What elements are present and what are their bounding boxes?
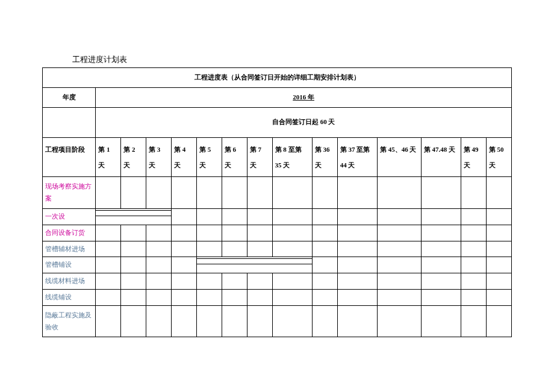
col-header: 第 2 天 (121, 137, 146, 177)
col-header: 第 36 天 (312, 137, 337, 177)
row-label: 一次设 (43, 208, 96, 225)
col-header: 第 4 天 (171, 137, 196, 177)
col-header: 第 6 天 (222, 137, 247, 177)
table-row: 现场考察实施方案 (43, 177, 512, 209)
table-title: 工程进度表（从合同签订日开始的详细工期安排计划表） (43, 68, 512, 88)
empty-cell (43, 107, 96, 137)
schedule-table: 工程进度表（从合同签订日开始的详细工期安排计划表） 年度 2016 年 自合同签… (42, 67, 512, 337)
row-label: 管槽辅材进场 (43, 241, 96, 257)
gantt-bar (197, 258, 312, 264)
col-header: 第 45、46 天 (377, 137, 421, 177)
year-value: 2016 年 (96, 87, 512, 107)
gantt-bar (96, 210, 171, 216)
col-header: 第 1 天 (96, 137, 121, 177)
col-header: 第 49 天 (461, 137, 486, 177)
col-header: 第 5 天 (196, 137, 222, 177)
col-header: 第 3 天 (146, 137, 172, 177)
col-header: 第 50 天 (486, 137, 511, 177)
document-title: 工程进度计划表 (72, 54, 512, 65)
col-header: 第 7 天 (247, 137, 272, 177)
table-row: 隐蔽工程实施及验收 (43, 305, 512, 337)
table-row: 一次设 (43, 208, 512, 225)
col-header: 第 37 至第 44 天 (337, 137, 377, 177)
row-label: 线缆铺设 (43, 289, 96, 305)
table-row: 管槽辅材进场 (43, 241, 512, 257)
phase-header: 工程项目阶段 (43, 137, 96, 177)
row-label: 合同设备订货 (43, 225, 96, 241)
table-row: 合同设备订货 (43, 225, 512, 241)
duration-row: 自合同签订日起 60 天 (43, 107, 512, 137)
year-label: 年度 (43, 87, 96, 107)
col-header: 第 47.48 天 (421, 137, 461, 177)
table-row: 管槽铺设 (43, 257, 512, 273)
title-row: 工程进度表（从合同签订日开始的详细工期安排计划表） (43, 68, 512, 88)
row-label: 线缆材料进场 (43, 273, 96, 290)
row-label: 现场考察实施方案 (43, 177, 96, 209)
year-row: 年度 2016 年 (43, 87, 512, 107)
column-header-row: 工程项目阶段 第 1 天 第 2 天 第 3 天 第 4 天 第 5 天 第 6… (43, 137, 512, 177)
duration-note: 自合同签订日起 60 天 (96, 107, 512, 137)
row-label: 隐蔽工程实施及验收 (43, 305, 96, 337)
table-row: 线缆材料进场 (43, 273, 512, 290)
row-label: 管槽铺设 (43, 257, 96, 273)
table-row: 线缆铺设 (43, 289, 512, 305)
col-header: 第 8 至第 35 天 (272, 137, 312, 177)
